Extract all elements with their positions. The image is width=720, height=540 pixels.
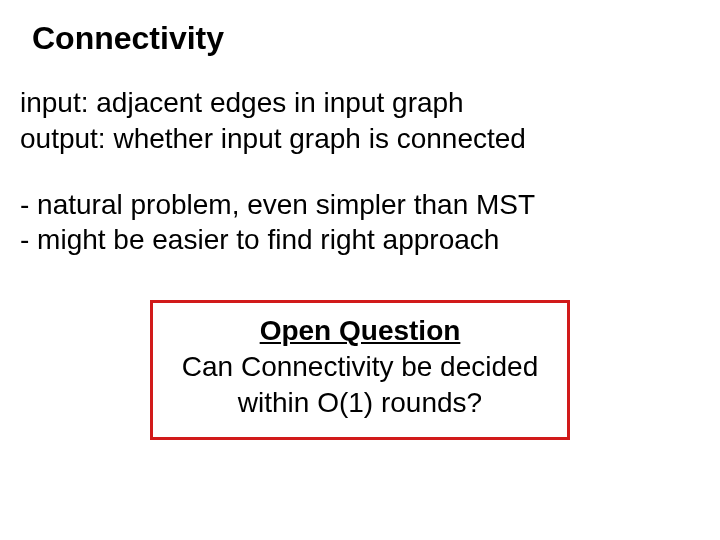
slide-container: Connectivity input: adjacent edges in in… bbox=[0, 0, 720, 440]
open-question-box: Open Question Can Connectivity be decide… bbox=[150, 300, 570, 439]
open-question-line2: within O(1) rounds? bbox=[169, 385, 551, 421]
slide-title: Connectivity bbox=[32, 20, 700, 57]
open-question-line1: Can Connectivity be decided bbox=[169, 349, 551, 385]
open-question-heading: Open Question bbox=[169, 313, 551, 349]
bullet-block: - natural problem, even simpler than MST… bbox=[20, 187, 700, 259]
output-line: output: whether input graph is connected bbox=[20, 121, 700, 157]
bullet-2: - might be easier to find right approach bbox=[20, 222, 700, 258]
input-line: input: adjacent edges in input graph bbox=[20, 85, 700, 121]
bullet-1: - natural problem, even simpler than MST bbox=[20, 187, 700, 223]
io-block: input: adjacent edges in input graph out… bbox=[20, 85, 700, 157]
